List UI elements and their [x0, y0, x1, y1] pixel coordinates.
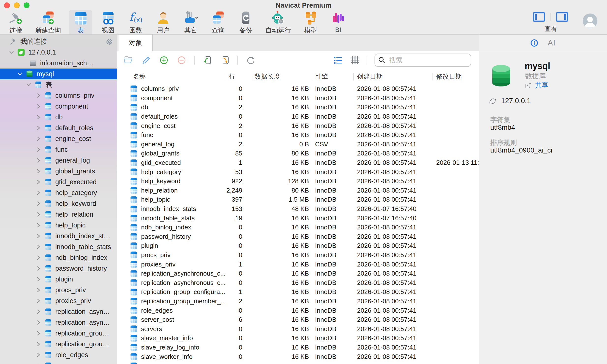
column-header-rows[interactable]: 行 [226, 69, 252, 84]
design-table-icon[interactable] [141, 55, 151, 65]
table-row[interactable]: role_edges 0 16 KB InnoDB 2026-01-08 00:… [117, 306, 479, 315]
chevron-right-icon[interactable] [36, 363, 41, 364]
sidebar-table-item[interactable]: help_topic [0, 220, 117, 231]
toggle-left-sidebar-icon[interactable] [533, 12, 546, 22]
chevron-down-icon[interactable] [17, 71, 23, 77]
table-row[interactable]: help_category 53 16 KB InnoDB 2026-01-08… [117, 167, 479, 177]
table-row[interactable]: engine_cost 2 16 KB InnoDB 2026-01-08 00… [117, 121, 479, 130]
new-table-icon[interactable] [159, 55, 169, 65]
import-wizard-icon[interactable] [202, 55, 212, 65]
table-row[interactable]: db 2 16 KB InnoDB 2026-01-08 00:57:41 [117, 103, 479, 112]
chevron-right-icon[interactable] [36, 190, 41, 196]
toolbar-tables-button[interactable]: 表 [69, 10, 92, 36]
table-row[interactable]: replication_asynchronous_c... 0 16 KB In… [117, 269, 479, 278]
sidebar-tables-group[interactable]: 表 [0, 79, 117, 90]
table-row[interactable]: password_history 0 16 KB InnoDB 2026-01-… [117, 232, 479, 241]
table-row[interactable]: slave_worker_info 0 16 KB InnoDB 2026-01… [117, 352, 479, 361]
chevron-right-icon[interactable] [36, 341, 41, 347]
sidebar-table-item[interactable]: default_roles [0, 123, 117, 133]
toolbar-bi-button[interactable]: BI [326, 10, 350, 35]
sidebar-table-item[interactable]: help_relation [0, 209, 117, 220]
sidebar-table-item[interactable]: role_edges [0, 350, 117, 360]
toolbar-model-button[interactable]: 模型 [299, 10, 322, 36]
chevron-right-icon[interactable] [36, 201, 41, 206]
sidebar-table-item[interactable]: help_keyword [0, 198, 117, 209]
chevron-down-icon[interactable] [26, 82, 31, 87]
sidebar-table-item[interactable]: password_history [0, 263, 117, 274]
chevron-right-icon[interactable] [36, 233, 41, 239]
table-row[interactable]: innodb_index_stats 153 48 KB InnoDB 2026… [117, 204, 479, 214]
table-row[interactable]: replication_group_configura... 1 16 KB I… [117, 287, 479, 297]
column-header-name[interactable]: 名称 [117, 69, 226, 84]
sidebar-table-item[interactable]: db [0, 112, 117, 123]
sidebar-table-item[interactable]: general_log [0, 155, 117, 166]
toggle-right-sidebar-icon[interactable] [556, 12, 569, 22]
chevron-right-icon[interactable] [36, 244, 41, 250]
table-row[interactable]: gtid_executed 1 16 KB InnoDB 2026-01-08 … [117, 158, 479, 168]
table-row[interactable]: innodb_table_stats 19 16 KB InnoDB 2026-… [117, 213, 479, 223]
sidebar-table-item[interactable]: replication_asynch... [0, 317, 117, 328]
sidebar-db-mysql-selected[interactable]: mysql [0, 69, 117, 79]
table-row[interactable]: func 0 16 KB InnoDB 2026-01-08 00:57:41 [117, 130, 479, 140]
open-table-icon[interactable] [123, 55, 134, 65]
chevron-down-icon[interactable] [9, 50, 14, 55]
table-row[interactable]: servers 0 16 KB InnoDB 2026-01-08 00:57:… [117, 324, 479, 334]
chevron-right-icon[interactable] [36, 223, 41, 228]
minimize-window-button[interactable] [14, 2, 20, 8]
toolbar-new-query-button[interactable]: 新建查询 [31, 10, 65, 36]
table-row[interactable]: replication_group_member_... 2 16 KB Inn… [117, 297, 479, 306]
toolbar-query-button[interactable]: 查询 [206, 10, 230, 36]
sidebar-table-item[interactable]: gtid_executed [0, 177, 117, 187]
toolbar-connection-button[interactable]: 连接 [4, 10, 28, 36]
table-row[interactable]: default_roles 0 16 KB InnoDB 2026-01-08 … [117, 112, 479, 121]
chevron-right-icon[interactable] [36, 136, 41, 141]
chevron-right-icon[interactable] [36, 212, 41, 217]
table-row[interactable]: plugin 0 16 KB InnoDB 2026-01-08 00:57:4… [117, 241, 479, 251]
list-view-icon[interactable] [333, 55, 343, 65]
sidebar-table-item[interactable]: plugin [0, 274, 117, 285]
table-row[interactable]: proxies_priv 1 16 KB InnoDB 2026-01-08 0… [117, 260, 479, 269]
sidebar-table-item[interactable]: proxies_priv [0, 295, 117, 306]
table-row[interactable]: help_keyword 922 128 KB InnoDB 2026-01-0… [117, 177, 479, 186]
toolbar-functions-button[interactable]: f (x) 函数 [124, 10, 147, 36]
chevron-right-icon[interactable] [36, 125, 41, 131]
chevron-right-icon[interactable] [36, 266, 41, 271]
table-row[interactable]: replication_asynchronous_c... 0 16 KB In… [117, 278, 479, 287]
sidebar-table-item[interactable]: replication_group_... [0, 328, 117, 339]
export-wizard-icon[interactable] [220, 55, 230, 65]
table-row[interactable]: help_relation 2,249 80 KB InnoDB 2026-01… [117, 186, 479, 195]
sidebar-table-item[interactable]: ndb_binlog_index [0, 252, 117, 263]
info-tab-icon[interactable] [530, 39, 538, 47]
column-header-engine[interactable]: 引擎 [312, 69, 353, 84]
sidebar-table-item[interactable]: func [0, 144, 117, 155]
toolbar-backup-button[interactable]: 备份 [234, 10, 258, 36]
toolbar-views-button[interactable]: 视图 [96, 10, 120, 36]
table-row[interactable]: component 0 16 KB InnoDB 2026-01-08 00:5… [117, 94, 479, 103]
sidebar-header-my-connections[interactable]: 我的连接 [0, 36, 117, 47]
sidebar-table-item[interactable]: innodb_table_stats [0, 241, 117, 252]
chevron-right-icon[interactable] [36, 158, 41, 163]
chevron-right-icon[interactable] [36, 287, 41, 293]
sidebar-table-item[interactable]: component [0, 101, 117, 112]
chevron-right-icon[interactable] [36, 298, 41, 304]
sidebar-table-item[interactable] [0, 360, 117, 364]
chevron-right-icon[interactable] [36, 179, 41, 185]
chevron-right-icon[interactable] [36, 320, 41, 325]
table-row[interactable]: slave_relay_log_info 0 16 KB InnoDB 2026… [117, 343, 479, 352]
sidebar-table-item[interactable]: procs_priv [0, 285, 117, 295]
share-link[interactable]: 共享 [525, 81, 548, 90]
column-header-created-date[interactable]: 创建日期 [353, 69, 433, 84]
table-row[interactable]: general_log 2 0 B CSV 2026-01-08 00:57:4… [117, 140, 479, 149]
chevron-right-icon[interactable] [36, 352, 41, 358]
table-row[interactable]: procs_priv 0 16 KB InnoDB 2026-01-08 00:… [117, 251, 479, 260]
sidebar-table-item[interactable]: engine_cost [0, 133, 117, 144]
detail-view-icon[interactable] [350, 55, 360, 65]
toolbar-others-button[interactable]: 其它 [179, 10, 202, 36]
table-row[interactable]: slave_master_info 0 16 KB InnoDB 2026-01… [117, 334, 479, 343]
column-header-modified-date[interactable]: 修改日期 [433, 69, 479, 84]
sidebar-table-item[interactable]: replication_group_... [0, 339, 117, 350]
gear-icon[interactable] [106, 38, 113, 45]
sidebar-table-item[interactable]: columns_priv [0, 90, 117, 101]
column-header-data-length[interactable]: 数据长度 [252, 69, 312, 84]
table-row[interactable]: global_grants 85 80 KB InnoDB 2026-01-08… [117, 149, 479, 158]
